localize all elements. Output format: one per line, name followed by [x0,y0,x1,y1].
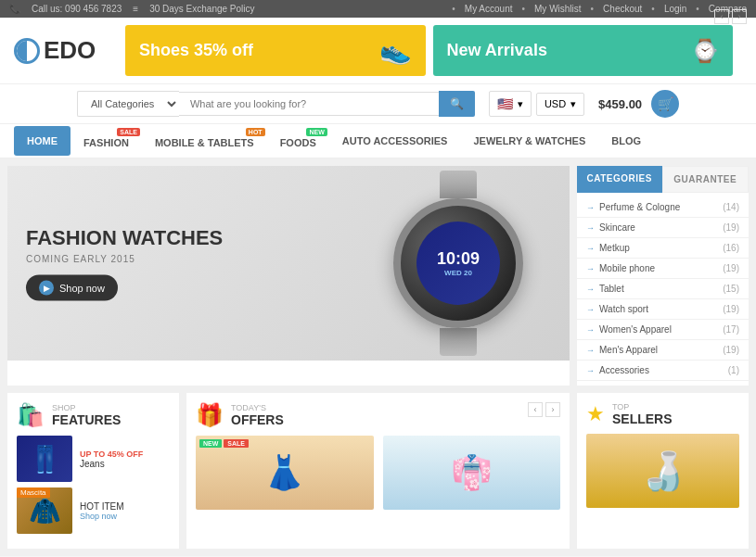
sellers-title: TOP SELLERS [612,402,673,426]
offer-item-2[interactable]: 👘 [383,436,561,510]
woman-figure-2: 👘 [451,453,493,492]
policy-text: 30 Days Exchange Policy [149,4,254,14]
offer-items: NEW SALE 👗 👘 [196,436,560,510]
badge-sale: SALE [117,128,140,136]
category-accessories[interactable]: → Accessories (1) [577,361,749,381]
woman-figure-1: 👗 [263,453,305,492]
nav-item-home[interactable]: HOME [14,126,70,156]
cart-button[interactable]: 🛒 [651,90,679,118]
tab-guarantee[interactable]: GUARANTEE [662,166,750,193]
sellers-prev[interactable]: ‹ [714,9,729,24]
category-count: (16) [723,243,739,253]
nav-item-fashion[interactable]: SALE FASHION [70,124,142,158]
features-title: SHOP FEATURES [52,403,121,427]
banner-shoes[interactable]: Shoes 35% off 👟 [125,25,426,76]
category-tablet[interactable]: → Tablet (15) [577,279,749,299]
seller-image[interactable]: 🍶 [586,434,739,508]
nav-label-blog: BLOG [611,135,641,146]
item-name: Jeans [80,459,143,469]
checkout-link[interactable]: Checkout [603,4,642,14]
arrow-icon: → [586,223,595,233]
watch-band-top [440,171,477,198]
category-select[interactable]: All Categories [77,91,179,117]
category-mens[interactable]: → Men's Apparel (19) [577,340,749,361]
search-bar: All Categories 🔍 🇺🇸 ▾ USD ▾ $459.00 🛒 [0,84,756,124]
currency-select[interactable]: USD ▾ [536,93,584,116]
my-account-link[interactable]: My Account [465,4,513,14]
arrow-icon: → [586,305,595,314]
offer-image-2: 👘 [383,436,561,510]
badge-new: NEW [306,128,327,136]
category-womens[interactable]: → Women's Apparel (17) [577,320,749,340]
banner-new-text: New Arrivals [447,41,547,60]
category-count: (1) [728,365,739,375]
category-name: Tablet [599,284,624,294]
offers-prev[interactable]: ‹ [528,402,543,417]
jeans-image: 👖 [17,436,72,482]
perfume-icon: 🍶 [640,449,686,493]
banner-shoes-text: Shoes 35% off [139,41,253,60]
category-count: (14) [723,202,739,212]
nav-label-foods: FOODS [280,137,316,148]
discount-label: UP TO 45% OFF [80,449,143,459]
nav-item-mobile[interactable]: HOT MOBILE & TABLETS [142,124,267,158]
star-icon: ★ [586,402,605,426]
login-link[interactable]: Login [664,4,686,14]
offers-title-large: OFFERS [231,412,284,427]
features-header: 🛍️ SHOP FEATURES [17,402,170,428]
watch-band-bottom [440,328,477,356]
language-select[interactable]: 🇺🇸 ▾ [489,91,532,117]
category-skincare[interactable]: → Skincare (19) [577,218,749,238]
shop-now-button[interactable]: ▶ Shop now [26,275,118,301]
feature-item-jeans[interactable]: 👖 UP TO 45% OFF Jeans [17,436,170,482]
nav-item-foods[interactable]: NEW FOODS [267,124,329,158]
watch-time: 10:09 [437,249,480,269]
category-name: Watch sport [599,304,648,314]
item-name: HOT ITEM [80,501,124,512]
offers-next[interactable]: › [545,402,560,417]
arrow-icon: → [586,325,595,335]
offers-nav: ‹ › [528,402,560,417]
category-mobile[interactable]: → Mobile phone (19) [577,259,749,279]
main-content: FASHION WATCHES COMING EARLY 2015 ▶ Shop… [0,158,756,393]
nav-item-auto[interactable]: AUTO ACCESSORIES [329,126,461,156]
nav-item-blog[interactable]: BLOG [598,126,654,156]
mascita-badge: Mascita [17,487,50,498]
hero-section: FASHION WATCHES COMING EARLY 2015 ▶ Shop… [7,166,570,386]
nav-label-auto: AUTO ACCESSORIES [342,135,448,146]
sellers-next[interactable]: › [732,9,747,24]
category-count: (19) [723,345,739,355]
hero-title: FASHION WATCHES [26,226,223,250]
category-metkup[interactable]: → Metkup (16) [577,238,749,259]
sellers-title-small: TOP [612,402,673,411]
nav-label-mobile: MOBILE & TABLETS [155,137,254,148]
category-perfume[interactable]: → Perfume & Cologne (14) [577,197,749,218]
jeans-text: UP TO 45% OFF Jeans [80,449,143,469]
badge-sale: SALE [224,439,249,448]
search-input[interactable] [179,92,439,116]
header: EDO Shoes 35% off 👟 New Arrivals ⌚ [0,18,756,84]
category-watch-sport[interactable]: → Watch sport (19) [577,299,749,320]
logo[interactable]: EDO [14,36,107,65]
banner-new-arrivals[interactable]: New Arrivals ⌚ [433,25,734,76]
tab-categories[interactable]: CATEGORIES [577,166,662,193]
category-count: (17) [723,324,739,335]
flag-icon: 🇺🇸 [497,96,513,111]
search-button[interactable]: 🔍 [439,91,475,117]
phone-icon: 📞 [9,4,20,14]
category-name: Women's Apparel [599,324,672,335]
category-count: (19) [723,304,739,314]
shop-now-link[interactable]: Shop now [80,512,124,521]
wishlist-link[interactable]: My Wishlist [534,4,582,14]
watch-screen: 10:09 WED 20 [416,222,500,305]
sellers-nav: ‹ › [714,9,747,24]
features-title-large: FEATURES [52,412,121,427]
arrow-icon: → [586,346,595,355]
offer-item-1[interactable]: NEW SALE 👗 [196,436,374,510]
category-count: (19) [723,263,739,273]
policy-icon: ≡ [133,4,138,14]
nav-item-jewelry[interactable]: JEWELRY & WATCHES [460,126,598,156]
arrow-icon: → [586,244,595,253]
arrow-icon: → [586,366,595,375]
currency-text: USD [545,98,566,109]
